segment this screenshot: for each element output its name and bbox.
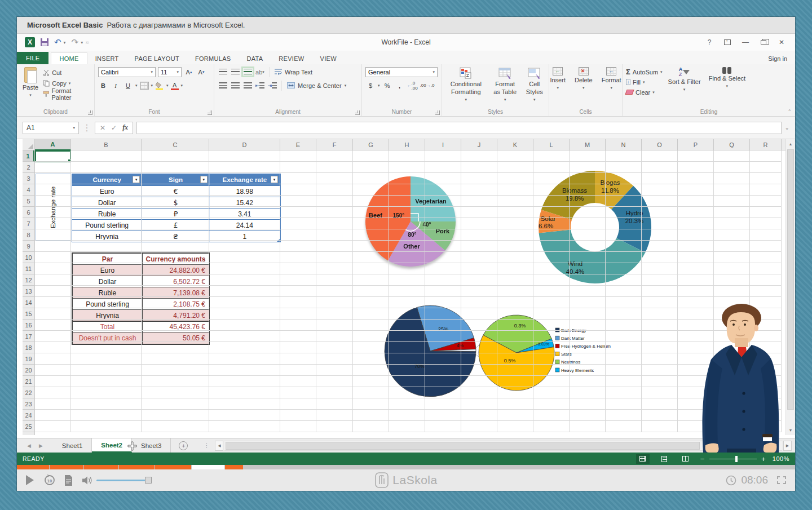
excel-logo-icon[interactable]: X	[25, 37, 35, 47]
italic-button[interactable]: I	[111, 81, 121, 91]
sheet-tab-sheet2[interactable]: Sheet2	[92, 438, 132, 453]
align-center-button[interactable]	[230, 81, 240, 91]
row-header-21[interactable]: 21	[23, 376, 34, 387]
fill-button[interactable]: ↓Fill▾	[625, 78, 664, 86]
column-header-L[interactable]: L	[533, 139, 570, 150]
zoom-slider-thumb[interactable]	[735, 456, 738, 462]
ribbon-tab-view[interactable]: VIEW	[312, 53, 345, 64]
row-header-19[interactable]: 19	[23, 353, 34, 365]
autosum-button[interactable]: ΣAutoSum▾	[625, 68, 664, 76]
bottom-align-button[interactable]	[242, 67, 253, 77]
row-header-6[interactable]: 6	[23, 207, 34, 218]
grow-font-button[interactable]: A▴	[184, 67, 194, 77]
row-header-23[interactable]: 23	[23, 398, 34, 410]
insert-function-icon[interactable]: fx	[122, 123, 128, 132]
sort-filter-button[interactable]: AZ Sort & Filter▾	[665, 66, 704, 107]
align-right-button[interactable]	[242, 81, 253, 91]
font-size-select[interactable]: 11▾	[158, 67, 182, 77]
ribbon-tab-insert[interactable]: INSERT	[87, 53, 127, 64]
sheet-tab-sheet3[interactable]: Sheet3	[132, 438, 171, 453]
zoom-out-button[interactable]: −	[700, 455, 705, 463]
scroll-up-icon[interactable]: ▲	[786, 139, 795, 148]
shrink-font-button[interactable]: A▾	[196, 67, 206, 77]
row-header-24[interactable]: 24	[23, 410, 34, 421]
new-sheet-button[interactable]: +	[179, 441, 188, 450]
increase-decimal-button[interactable]: ←.0.00	[407, 81, 418, 91]
number-dialog-launcher[interactable]	[435, 110, 440, 115]
decrease-decimal-button[interactable]: .00→.0	[420, 81, 435, 91]
column-header-Q[interactable]: Q	[714, 139, 750, 150]
name-box[interactable]: A1▾	[23, 122, 79, 134]
page-layout-view-button[interactable]	[657, 454, 671, 464]
row-header-15[interactable]: 15	[23, 308, 34, 320]
column-header-E[interactable]: E	[280, 139, 316, 150]
row-header-14[interactable]: 14	[23, 297, 34, 308]
row-header-1[interactable]: 1	[23, 150, 34, 162]
help-button[interactable]: ?	[701, 37, 717, 48]
comma-style-button[interactable]: ,	[395, 81, 405, 91]
sheet-nav-left-icon[interactable]: ◀	[27, 443, 31, 449]
column-header-B[interactable]: B	[71, 139, 142, 150]
row-header-22[interactable]: 22	[23, 387, 34, 398]
font-color-icon[interactable]: A	[171, 82, 179, 90]
row-header-25[interactable]: 25	[23, 421, 34, 432]
alignment-dialog-launcher[interactable]	[355, 110, 360, 115]
vertical-scroll-thumb[interactable]	[787, 149, 794, 410]
confirm-entry-icon[interactable]: ✓	[111, 124, 117, 132]
filter-dropdown-icon[interactable]: ▼	[133, 176, 140, 183]
font-name-select[interactable]: Calibri▾	[98, 67, 156, 77]
undo-dropdown-icon[interactable]: ▾	[64, 40, 66, 45]
formula-input[interactable]	[136, 122, 781, 134]
accounting-format-button[interactable]: $	[365, 81, 376, 91]
donut-chart-energy[interactable]: Biogas11.8%Hydro20.3%Wind40.4%Solar6.6%B…	[527, 163, 663, 290]
decrease-indent-button[interactable]: ⇤	[255, 81, 265, 91]
zoom-in-button[interactable]: +	[761, 455, 766, 463]
filter-dropdown-icon[interactable]: ▼	[200, 176, 208, 183]
ribbon-tab-page-layout[interactable]: PAGE LAYOUT	[127, 53, 187, 64]
paste-button[interactable]: Paste▾	[19, 66, 42, 107]
row-header-20[interactable]: 20	[23, 365, 34, 376]
find-select-button[interactable]: Find & Select▾	[705, 66, 749, 107]
tab-splitter-icon[interactable]: ⋮	[204, 442, 209, 449]
underline-dropdown-icon[interactable]: ▾	[135, 83, 138, 88]
select-all-corner[interactable]	[23, 139, 35, 150]
row-header-13[interactable]: 13	[23, 286, 34, 297]
row-header-9[interactable]: 9	[23, 241, 34, 252]
row-header-2[interactable]: 2	[23, 162, 34, 173]
normal-view-button[interactable]	[636, 454, 650, 464]
minimize-button[interactable]: —	[738, 37, 753, 48]
cancel-entry-icon[interactable]: ✕	[100, 124, 105, 132]
middle-align-button[interactable]	[230, 67, 240, 77]
cell-styles-button[interactable]: Cell Styles▾	[523, 66, 546, 107]
column-header-N[interactable]: N	[606, 139, 642, 150]
column-header-I[interactable]: I	[425, 139, 461, 150]
row-header-10[interactable]: 10	[23, 252, 34, 263]
row-header-16[interactable]: 16	[23, 320, 34, 331]
ribbon-tab-formulas[interactable]: FORMULAS	[187, 53, 239, 64]
sheet-cells[interactable]: Exchange rate Currency▼Sign▼Exchange rat…	[35, 150, 785, 435]
copy-button[interactable]: Copy▾	[42, 79, 92, 88]
column-header-H[interactable]: H	[389, 139, 425, 150]
pie-chart-angles[interactable]: Vegetarian40°Pork80°OtherBeef150°	[354, 165, 470, 281]
number-format-select[interactable]: General▾	[365, 67, 438, 77]
formula-bar-expand-icon[interactable]: ⌄	[785, 125, 789, 131]
insert-cells-button[interactable]: ←Insert▾	[546, 66, 569, 107]
zoom-percent[interactable]: 100%	[770, 455, 789, 462]
column-header-J[interactable]: J	[461, 139, 497, 150]
format-painter-button[interactable]: Format Painter	[42, 90, 92, 99]
video-progress-bar[interactable]	[17, 465, 795, 469]
clear-button[interactable]: Clear▾	[625, 88, 664, 96]
cut-button[interactable]: Cut	[42, 68, 92, 77]
orientation-button[interactable]: ab▾	[255, 67, 265, 77]
filter-dropdown-icon[interactable]: ▼	[271, 176, 278, 183]
percent-style-button[interactable]: %	[382, 81, 392, 91]
ribbon-tab-home[interactable]: HOME	[51, 52, 87, 64]
sign-in-link[interactable]: Sign in	[768, 55, 787, 62]
bold-button[interactable]: B	[98, 81, 108, 91]
close-button[interactable]: ✕	[774, 37, 789, 48]
row-header-18[interactable]: 18	[23, 342, 34, 353]
vertical-scrollbar[interactable]: ▲ ▼	[785, 139, 795, 435]
row-header-3[interactable]: 3	[23, 173, 34, 184]
page-break-view-button[interactable]	[679, 454, 692, 464]
font-dialog-launcher[interactable]	[208, 110, 212, 115]
